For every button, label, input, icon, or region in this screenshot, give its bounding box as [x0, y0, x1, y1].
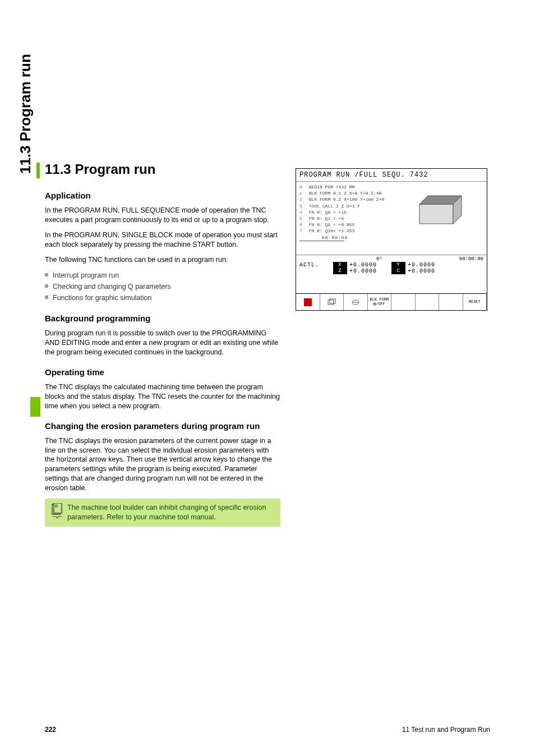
paragraph: In the PROGRAM RUN, SINGLE BLOCK mode of… [45, 231, 280, 250]
chapter-title: 11 Test run and Program Run [402, 726, 490, 734]
subheading-application: Application [45, 191, 280, 200]
program-listing: 0 BEGIN PGM 7432 MM 1 BLK FORM 0.1 Z X+0… [296, 182, 403, 255]
softkey-empty[interactable] [439, 294, 463, 310]
subheading-background-programming: Background programming [45, 314, 280, 323]
paragraph: In the PROGRAM RUN, FULL SEQUENCE mode o… [45, 206, 280, 225]
softkey-view1[interactable] [320, 294, 344, 310]
subheading-operating-time: Operating time [45, 367, 280, 377]
page-heading: 11.3 Program run [45, 162, 280, 177]
svg-marker-3 [419, 204, 453, 224]
svg-rect-7 [330, 299, 335, 303]
position-row: Z+0.0000 C+0.0000 [296, 268, 487, 274]
machining-time: 00:00:08 [299, 234, 344, 241]
manual-icon [50, 503, 67, 522]
page-number: 222 [45, 726, 56, 734]
workpiece-graphic [403, 182, 487, 255]
bullet-list: Interrupt program run Checking and chang… [45, 270, 280, 303]
subheading-changing-erosion: Changing the erosion parameters during p… [45, 421, 280, 431]
softkey-reset[interactable]: RESET [463, 294, 487, 310]
status-line-top: 0° 00:00:00 [296, 255, 487, 262]
list-item: Functions for graphic simulation [45, 292, 280, 303]
paragraph: The TNC displays the erosion parameters … [45, 436, 280, 493]
tnc-screenshot: PROGRAM RUN /FULL SEQU. 7432 0 BEGIN PGM… [296, 168, 487, 311]
svg-rect-6 [328, 300, 334, 305]
note-text: The machine tool builder can inhibit cha… [67, 503, 275, 522]
softkey-blkform[interactable]: BLK FORM ▥/OFF [368, 294, 392, 310]
screenshot-title: PROGRAM RUN /FULL SEQU. 7432 [296, 169, 487, 182]
paragraph: The TNC displays the calculated machinin… [45, 382, 280, 411]
softkey-stop[interactable] [296, 294, 320, 310]
side-tab-marker [30, 397, 40, 417]
list-item: Checking and changing Q parameters [45, 281, 280, 292]
softkey-empty[interactable] [391, 294, 416, 310]
softkey-view2[interactable] [344, 294, 368, 310]
side-section-title: 11.3 Program run [17, 54, 34, 174]
list-item: Interrupt program run [45, 270, 280, 281]
softkey-empty[interactable] [416, 294, 440, 310]
svg-rect-1 [54, 503, 62, 513]
softkey-row: BLK FORM ▥/OFF RESET [296, 293, 487, 310]
note-box: The machine tool builder can inhibit cha… [45, 499, 280, 527]
paragraph: The following TNC functions can be used … [45, 255, 280, 265]
position-row: ACTL. X+0.0000 Y+0.0000 [296, 262, 487, 268]
page-footer: 222 11 Test run and Program Run [45, 726, 490, 734]
main-content: 11.3 Program run Application In the PROG… [45, 162, 280, 527]
paragraph: During program run it is possible to swi… [45, 329, 280, 357]
